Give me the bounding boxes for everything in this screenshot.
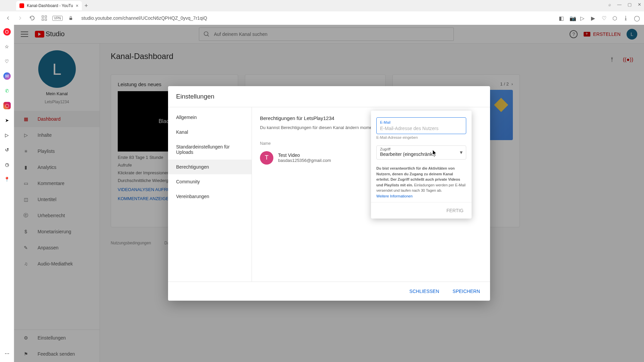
heart-icon[interactable]: ♡	[602, 15, 608, 21]
lock-icon[interactable]	[67, 14, 75, 22]
modal-nav-permissions[interactable]: Berechtigungen	[168, 160, 252, 174]
tab-close-icon[interactable]: ×	[76, 3, 78, 8]
more-icon[interactable]: ⋯	[3, 350, 11, 357]
access-value: Bearbeiter (eingeschränkt)	[380, 152, 435, 157]
youtube-favicon	[19, 3, 24, 8]
cube-icon[interactable]: ⬡	[612, 15, 619, 21]
maximize-icon[interactable]: ▢	[628, 2, 632, 7]
browser-chrome: Kanal-Dashboard - YouTu × + ⌕ — ▢ ✕ VPN	[0, 0, 644, 25]
email-input[interactable]	[380, 125, 463, 132]
forward-icon[interactable]	[16, 14, 24, 22]
url-actions: ◧ 📷 ▷ ▶ ♡ ⬡ ⭳ ◯	[559, 15, 640, 21]
close-button[interactable]: SCHLIESSEN	[406, 286, 443, 297]
done-button[interactable]: FERTIG	[444, 206, 466, 215]
modal-nav-community[interactable]: Community	[168, 174, 252, 189]
modal-footer: SCHLIESSEN SPEICHERN	[168, 282, 490, 301]
user-avatar: T	[260, 151, 273, 165]
url-bar: VPN ◧ 📷 ▷ ▶ ♡ ⬡ ⭳ ◯	[0, 11, 644, 25]
modal-nav-agreements[interactable]: Vereinbarungen	[168, 189, 252, 204]
opera-sidebar: O ☆ ♡ ✉ ✆ ◯ ➤ ▷ ↺ ◷ 📍 ⋯	[0, 25, 14, 362]
window-controls: ⌕ — ▢ ✕	[608, 2, 641, 7]
download-icon[interactable]: ⭳	[623, 15, 629, 21]
modal-nav: Allgemein Kanal Standardeinstellungen fü…	[168, 107, 252, 282]
access-label: Zugriff	[380, 147, 460, 151]
disclaimer-text: Du bist verantwortlich für die Aktivität…	[376, 166, 466, 199]
bookmark-icon[interactable]: ▷	[580, 15, 586, 21]
vpn-badge[interactable]: VPN	[52, 16, 63, 21]
speed-dial-icon[interactable]	[40, 14, 48, 22]
camera-icon[interactable]: 📷	[570, 15, 576, 21]
clock-icon[interactable]: ◷	[3, 161, 11, 168]
new-tab-button[interactable]: +	[85, 2, 88, 9]
svg-rect-2	[42, 19, 44, 20]
chevron-down-icon: ▾	[460, 149, 463, 156]
more-info-link[interactable]: Weitere Informationen	[376, 194, 413, 198]
user-email: basdas125356@gmail.com	[278, 158, 331, 163]
email-field-wrapper: E-Mail	[376, 117, 466, 134]
profile-icon[interactable]: ◯	[634, 15, 640, 21]
minimize-icon[interactable]: —	[617, 2, 622, 7]
modal-nav-general[interactable]: Allgemein	[168, 110, 252, 125]
tab-title: Kanal-Dashboard - YouTu	[27, 3, 73, 8]
whatsapp-icon[interactable]: ✆	[3, 87, 11, 95]
heart-rail-icon[interactable]: ♡	[3, 58, 11, 65]
instagram-icon[interactable]: ◯	[3, 102, 11, 109]
email-helper: E-Mail-Adresse eingeben	[376, 135, 466, 139]
access-select[interactable]: Zugriff Bearbeiter (eingeschränkt) ▾	[376, 145, 466, 160]
modal-title: Einstellungen	[168, 86, 490, 107]
popover-footer: FERTIG	[371, 202, 472, 215]
search-icon[interactable]: ⌕	[608, 2, 611, 7]
close-window-icon[interactable]: ✕	[638, 2, 641, 7]
save-button[interactable]: SPEICHERN	[449, 286, 483, 297]
play-rail-icon[interactable]: ▷	[3, 131, 11, 139]
reload-icon[interactable]	[28, 14, 36, 22]
opera-icon[interactable]: O	[3, 28, 11, 36]
back-icon[interactable]	[4, 14, 12, 22]
email-label: E-Mail	[380, 120, 390, 124]
svg-rect-0	[42, 16, 44, 17]
send-icon[interactable]: ▶	[591, 15, 597, 21]
svg-rect-1	[45, 16, 47, 17]
tab-bar: Kanal-Dashboard - YouTu × + ⌕ — ▢ ✕	[0, 0, 644, 11]
pin-icon[interactable]: 📍	[3, 176, 11, 183]
messenger-icon[interactable]: ✉	[3, 72, 11, 80]
browser-tab[interactable]: Kanal-Dashboard - YouTu ×	[16, 1, 82, 10]
snapshot-icon[interactable]: ◧	[559, 15, 565, 21]
arrow-rail-icon[interactable]: ➤	[3, 117, 11, 124]
svg-rect-3	[45, 19, 47, 20]
user-name: Test Video	[278, 153, 331, 158]
url-input[interactable]	[79, 13, 555, 23]
modal-nav-upload-defaults[interactable]: Standardeinstellungen für Uploads	[168, 139, 252, 160]
invite-popover: E-Mail E-Mail-Adresse eingeben Zugriff B…	[371, 111, 472, 219]
star-icon[interactable]: ☆	[3, 43, 11, 50]
app-root: Studio ? ERSTELLEN L L Mein Kanal LetsPl…	[14, 25, 644, 362]
history-icon[interactable]: ↺	[3, 146, 11, 154]
modal-nav-channel[interactable]: Kanal	[168, 125, 252, 139]
svg-rect-4	[69, 18, 72, 20]
